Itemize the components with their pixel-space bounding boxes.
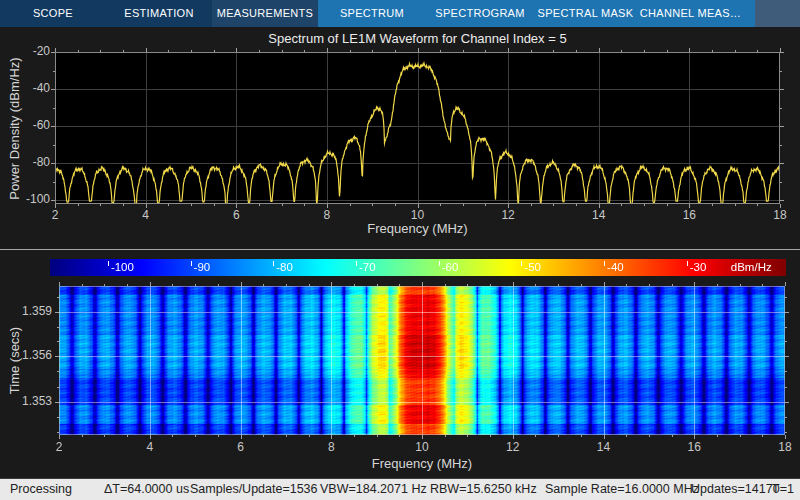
spectrogram-x-tick-label: 16	[679, 440, 709, 454]
spectrogram-image[interactable]	[59, 286, 785, 435]
status-field: Samples/Update=1536	[190, 479, 318, 500]
axis-tick	[644, 204, 645, 206]
axis-tick	[667, 204, 668, 206]
axis-tick	[553, 50, 554, 52]
axis-tick	[712, 204, 713, 206]
tab-spectrogram[interactable]: SPECTROGRAM	[426, 0, 534, 27]
colorbar-tick-mark	[108, 261, 109, 266]
axis-tick	[694, 282, 695, 286]
axis-tick	[785, 402, 789, 403]
axis-tick	[581, 435, 582, 437]
axis-tick	[535, 284, 536, 286]
axis-tick	[57, 371, 59, 372]
axis-tick	[626, 284, 627, 286]
colorbar-tick-label: -90	[191, 261, 211, 273]
axis-tick	[780, 204, 781, 208]
spectrum-x-tick-label: 12	[493, 208, 523, 222]
colorbar-tick-mark	[521, 261, 522, 266]
axis-tick	[667, 50, 668, 52]
colorbar-tick-label: -80	[273, 261, 293, 273]
axis-tick	[621, 204, 622, 206]
axis-tick	[785, 312, 789, 313]
axis-tick	[785, 432, 787, 433]
tab-spectrum[interactable]: SPECTRUM	[318, 0, 426, 27]
axis-tick	[626, 435, 627, 437]
axis-tick	[57, 417, 59, 418]
status-field: ΔT=64.0000 us	[104, 479, 189, 500]
colorbar-tick-label: -70	[356, 261, 376, 273]
spectrogram-x-tick-label: 6	[226, 440, 256, 454]
axis-tick	[372, 204, 373, 206]
tab-spectral-mask[interactable]: SPECTRAL MASK	[534, 0, 637, 27]
axis-tick	[440, 204, 441, 206]
axis-tick	[304, 50, 305, 52]
axis-tick	[100, 50, 101, 52]
axis-tick	[576, 204, 577, 206]
axis-tick	[146, 204, 147, 208]
axis-tick	[286, 435, 287, 437]
axis-tick	[327, 48, 328, 52]
axis-tick	[59, 435, 60, 439]
axis-tick	[785, 341, 787, 342]
axis-tick	[422, 282, 423, 286]
axis-tick	[127, 435, 128, 437]
axis-tick	[191, 50, 192, 52]
axis-tick	[350, 204, 351, 206]
spectrum-plot[interactable]	[55, 52, 780, 204]
axis-tick	[604, 282, 605, 286]
axis-tick	[395, 50, 396, 52]
axis-tick	[780, 163, 784, 164]
axis-tick	[785, 297, 787, 298]
axis-tick	[712, 50, 713, 52]
spectrogram-y-tick-label: 1.356	[12, 348, 52, 362]
axis-tick	[53, 108, 55, 109]
axis-tick	[150, 282, 151, 286]
axis-tick	[372, 50, 373, 52]
axis-tick	[440, 50, 441, 52]
axis-tick	[309, 284, 310, 286]
axis-tick	[51, 126, 55, 127]
axis-tick	[599, 204, 600, 208]
axis-tick	[51, 163, 55, 164]
tab-measurements[interactable]: MEASUREMENTS	[212, 0, 318, 27]
colorbar-tick-label: -50	[521, 261, 541, 273]
axis-tick	[599, 48, 600, 52]
spectrogram-x-tick-label: 14	[589, 440, 619, 454]
axis-tick	[558, 435, 559, 437]
axis-tick	[604, 435, 605, 439]
spectrum-x-tick-label: 14	[584, 208, 614, 222]
axis-tick	[286, 284, 287, 286]
axis-tick	[241, 435, 242, 439]
axis-tick	[150, 435, 151, 439]
status-field: RBW=15.6250 kHz	[430, 479, 537, 500]
axis-tick	[672, 435, 673, 437]
colorbar-tick-mark	[191, 261, 192, 266]
axis-tick	[57, 387, 59, 388]
axis-tick	[259, 204, 260, 206]
colorbar-tick-label: -60	[439, 261, 459, 273]
axis-tick	[327, 204, 328, 208]
axis-tick	[644, 50, 645, 52]
axis-tick	[531, 50, 532, 52]
axis-tick	[218, 284, 219, 286]
axis-tick	[55, 356, 59, 357]
axis-tick	[53, 145, 55, 146]
axis-tick	[123, 204, 124, 206]
axis-tick	[59, 282, 60, 286]
spectrogram-x-tick-label: 18	[770, 440, 800, 454]
axis-tick	[581, 284, 582, 286]
status-bar: Processing ΔT=64.0000 usSamples/Update=1…	[0, 478, 800, 500]
axis-tick	[55, 204, 56, 208]
tab-channel-meas[interactable]: CHANNEL MEAS…	[637, 0, 744, 27]
axis-tick	[127, 284, 128, 286]
axis-tick	[490, 435, 491, 437]
axis-tick	[51, 200, 55, 201]
tab-estimation[interactable]: ESTIMATION	[106, 0, 212, 27]
axis-tick	[78, 50, 79, 52]
spectrogram-x-tick-label: 12	[498, 440, 528, 454]
axis-tick	[621, 50, 622, 52]
axis-tick	[785, 371, 787, 372]
axis-tick	[350, 50, 351, 52]
colorbar-tick-mark	[687, 261, 688, 266]
axis-tick	[399, 435, 400, 437]
